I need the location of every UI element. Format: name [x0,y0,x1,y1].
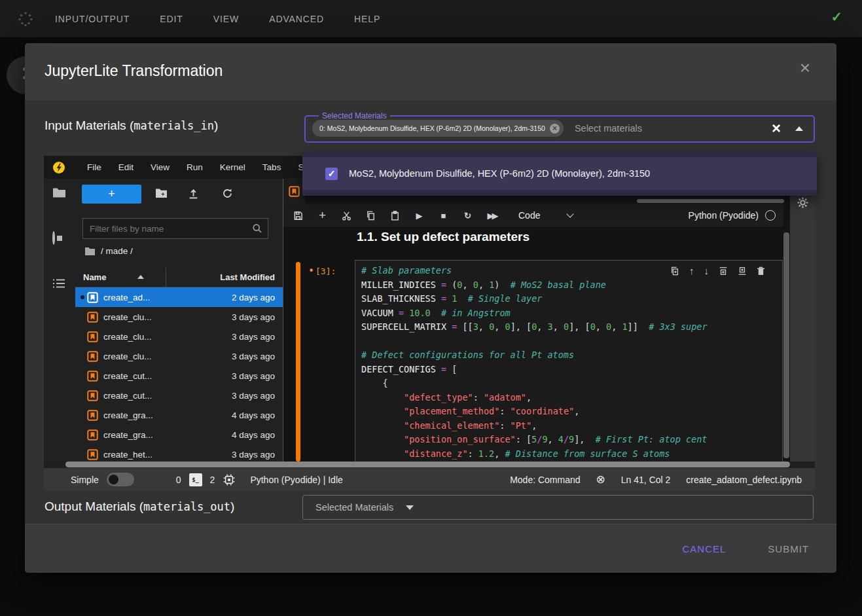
file-row[interactable]: create_gra...4 days ago [75,425,283,444]
filter-files-input[interactable] [83,223,252,234]
notebook-icon [87,449,98,460]
restart-run-all-icon[interactable]: ▶▶ [486,211,497,221]
code-line: SUPERCELL_MATRIX = [[3, 0, 0], [0, 3, 0]… [361,320,782,335]
column-name[interactable]: Name [83,272,106,282]
file-name: create_het... [103,450,153,460]
file-name: create_cut... [103,371,152,381]
file-row[interactable]: create_cut...3 days ago [75,366,283,386]
notebook-file-icon [87,331,98,342]
jupyter-menu-item[interactable]: Edit [110,162,142,172]
code-line: "distance_z": 1.2, # Distance from surfa… [361,447,782,462]
file-browser-tab[interactable] [52,187,66,198]
jupyter-menu-item[interactable]: File [79,162,110,172]
kernel-status-text[interactable]: Python (Pyodide) | Idle [250,475,342,485]
gear-icon[interactable] [797,197,808,208]
app-menu-item[interactable]: INPUT/OUTPUT [55,14,130,24]
new-folder-icon[interactable]: + [155,188,168,198]
folder-icon [84,247,96,256]
submit-button[interactable]: SUBMIT [764,543,813,555]
file-modified: 2 days ago [232,293,275,302]
notebook-panel: + [283,179,815,462]
cell-collapser[interactable] [296,262,300,462]
insert-below-icon[interactable] [738,266,747,276]
running-kernels-tab[interactable] [52,232,55,244]
material-chip[interactable]: 0: MoS2, Molybdenum Disulfide, HEX (P-6m… [312,120,564,137]
chevron-down-icon[interactable] [567,210,574,217]
cell-type-select[interactable]: Code [518,210,540,221]
file-modified: 3 days ago [232,391,275,401]
success-check-icon: ✓ [831,9,842,25]
code-line: # Defect configurations for all Pt atoms [361,348,782,363]
cpu-icon [223,474,235,486]
materials-select-field[interactable]: Selected Materials 0: MoS2, Molybdenum D… [304,111,815,143]
file-row[interactable]: create_cut...3 days ago [75,386,283,405]
material-option-label: MoS2, Molybdenum Disulfide, HEX (P-6m2) … [349,168,650,179]
app-logo-dots-icon [17,10,34,27]
file-list-header: Name Last Modified [75,268,283,287]
file-row[interactable]: create_het...3 days ago [75,444,283,462]
horizontal-scrollbar[interactable] [44,462,815,468]
copy-icon[interactable] [365,211,376,221]
terminal-count[interactable]: 0 [176,475,181,485]
code-line: "defect_type": "adatom", [361,391,782,405]
new-launcher-button[interactable]: + [82,185,141,204]
trust-shield-icon[interactable]: ⊗ [596,473,605,486]
notebook-toolbar: + [283,204,783,228]
checkbox-checked-icon[interactable]: ✓ [325,168,338,180]
notebook-icon [87,371,98,382]
notebook-content: 1.1. Set up defect parameters •[3]: # Sl… [283,228,783,462]
paste-icon[interactable] [389,211,401,221]
file-modified: 4 days ago [232,430,275,440]
code-line: "position_on_surface": [5/9, 4/9], # Fir… [361,433,782,447]
save-icon[interactable] [293,211,304,221]
cancel-button[interactable]: CANCEL [678,543,730,555]
refresh-icon[interactable] [222,188,233,199]
clear-selection-icon[interactable]: × [772,120,781,136]
restart-kernel-icon[interactable]: ↻ [462,211,473,221]
upload-icon[interactable] [188,188,199,199]
file-row[interactable]: create_gra...4 days ago [75,405,283,425]
app-menu-item[interactable]: EDIT [160,14,183,24]
collapse-caret-icon[interactable] [795,126,803,131]
code-line: "chemical_element": "Pt", [361,419,782,433]
app-menu-item[interactable]: HELP [354,14,380,24]
run-icon[interactable]: ▶ [414,211,425,221]
chip-remove-icon[interactable]: × [550,124,560,134]
jupyter-menu-item[interactable]: View [142,162,178,172]
close-icon[interactable]: × [800,59,810,77]
duplicate-cell-icon[interactable] [670,266,679,276]
file-row[interactable]: create_clu...3 days ago [75,346,283,366]
move-down-icon[interactable]: ↓ [704,265,709,276]
notebook-vertical-scrollbar[interactable] [783,232,789,458]
dropdown-caret-icon [406,505,414,510]
cut-icon[interactable] [341,211,352,221]
app-menu-item[interactable]: VIEW [213,14,239,24]
delete-cell-icon[interactable] [757,266,765,276]
active-filename: create_adatom_defect.ipynb [686,475,802,485]
kernel-count[interactable]: 2 [210,475,215,485]
move-up-icon[interactable]: ↑ [689,265,694,276]
jupyter-menu-item[interactable]: Run [178,162,211,172]
column-last-modified[interactable]: Last Modified [220,272,275,282]
breadcrumb[interactable]: / made / [84,246,133,256]
stop-icon[interactable]: ■ [438,211,449,221]
file-row[interactable]: create_clu...3 days ago [75,327,283,346]
kernel-picker[interactable]: Python (Pyodide) [689,210,776,221]
tabbar-scrollbar[interactable] [637,199,784,203]
materials-select-placeholder: Select materials [575,123,642,134]
sort-asc-icon[interactable] [137,275,144,279]
code-editor[interactable]: # Slab parametersMILLER_INDICES = (0, 0,… [355,260,783,462]
cursor-position[interactable]: Ln 41, Col 2 [621,475,671,485]
app-menu-item[interactable]: ADVANCED [269,14,324,24]
materials-dropdown-menu: ✓ MoS2, Molybdenum Disulfide, HEX (P-6m2… [302,152,817,196]
file-row[interactable]: create_ad...2 days ago [75,287,283,307]
jupyter-menu-item[interactable]: Tabs [254,162,290,172]
jupyter-menu-item[interactable]: Kernel [211,162,254,172]
output-materials-select[interactable]: Selected Materials [302,495,814,520]
insert-above-icon[interactable] [719,266,728,276]
add-cell-icon[interactable]: + [317,208,328,223]
file-row[interactable]: create_clu...3 days ago [75,307,283,327]
table-of-contents-tab[interactable] [52,278,65,289]
simple-mode-toggle[interactable] [107,473,134,486]
material-option[interactable]: ✓ MoS2, Molybdenum Disulfide, HEX (P-6m2… [302,157,817,190]
